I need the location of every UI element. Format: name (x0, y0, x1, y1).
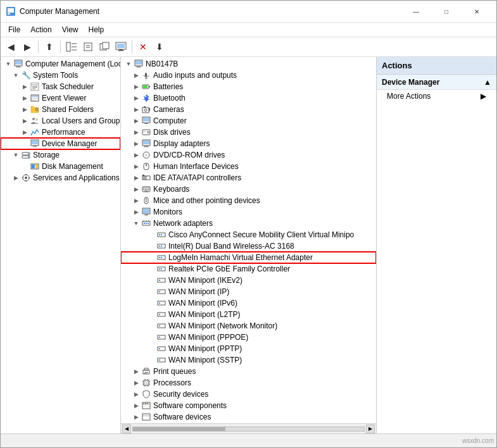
svg-rect-122 (158, 290, 165, 294)
app-icon (6, 6, 16, 16)
left-tree-local-users[interactable]: ▶ Local Users and Groups (1, 115, 120, 127)
mice-icon (141, 196, 151, 206)
center-realtek[interactable]: Realtek PCIe GbE Family Controller (121, 263, 376, 275)
refresh-button[interactable]: ⬇ (152, 39, 167, 54)
hscroll-right-arrow[interactable]: ▶ (366, 425, 375, 433)
left-tree-performance[interactable]: ▶ Performance (1, 127, 120, 138)
center-hscrollbar[interactable]: ◀ ▶ (121, 423, 376, 433)
hscroll-track[interactable] (132, 426, 365, 432)
display-adapters-icon (141, 139, 151, 149)
center-tree-root[interactable]: ▼ NB0147B (121, 58, 376, 70)
center-audio[interactable]: ▶ Audio inputs and outputs (121, 70, 376, 81)
left-tree-storage[interactable]: ▼ Storage (1, 149, 120, 161)
center-wan-ip[interactable]: WAN Miniport (IP) (121, 286, 376, 297)
center-disk-drives[interactable]: ▶ Disk drives (121, 127, 376, 138)
security-devices-icon (141, 389, 151, 399)
svg-rect-90 (145, 189, 146, 190)
svg-rect-141 (144, 381, 148, 385)
computer-management-icon (13, 59, 23, 69)
back-button[interactable]: ◀ (3, 39, 18, 54)
left-tree-device-manager[interactable]: Device Manager (1, 138, 120, 149)
menu-file[interactable]: File (3, 24, 25, 35)
maximize-button[interactable]: □ (432, 4, 461, 18)
center-wan-l2tp[interactable]: WAN Miniport (L2TP) (121, 309, 376, 320)
computer-icon-button[interactable] (113, 39, 129, 54)
center-computer[interactable]: ▶ Computer (121, 115, 376, 127)
svg-rect-155 (142, 414, 150, 420)
center-wan-ipv6-label: WAN Miniport (IPv6) (168, 299, 237, 308)
center-hid[interactable]: ▶ Human Interface Devices (121, 161, 376, 172)
forward-button[interactable]: ▶ (20, 39, 35, 54)
new-window-button[interactable] (97, 39, 112, 54)
hscroll-left-arrow[interactable]: ◀ (122, 425, 131, 433)
center-monitors[interactable]: ▶ Monitors (121, 206, 376, 218)
left-tree-task-scheduler[interactable]: ▶ Task Scheduler (1, 81, 120, 92)
center-software-devices[interactable]: ▶ Software devices (121, 411, 376, 423)
show-hide-tree-button[interactable] (64, 39, 79, 54)
center-keyboards[interactable]: ▶ Keyboards (121, 184, 376, 195)
center-dvd-label: DVD/CD-ROM drives (153, 151, 225, 159)
up-button[interactable]: ⬆ (42, 39, 57, 54)
expand-cameras: ▶ (131, 104, 141, 115)
properties-button[interactable] (80, 39, 96, 54)
center-batteries[interactable]: ▶ Batteries (121, 81, 376, 92)
hamachi-icon (156, 252, 167, 263)
center-wan-netmon[interactable]: WAN Miniport (Network Monitor) (121, 320, 376, 332)
left-tree-root[interactable]: ▼ Computer Management (Local (1, 58, 120, 70)
svg-rect-58 (149, 86, 150, 87)
center-security-devices[interactable]: ▶ Security devices (121, 389, 376, 400)
svg-rect-133 (159, 348, 160, 349)
svg-rect-112 (159, 246, 160, 247)
svg-rect-24 (32, 89, 35, 89)
center-cameras[interactable]: ▶ Cameras (121, 104, 376, 115)
expand-event-viewer: ▶ (20, 93, 30, 103)
center-bluetooth-label: Bluetooth (153, 94, 186, 103)
hscroll-thumb[interactable] (133, 427, 225, 431)
center-wan-ikev2[interactable]: WAN Miniport (IKEv2) (121, 275, 376, 286)
left-tree-system-tools[interactable]: ▼ 🔧 System Tools (1, 70, 120, 81)
center-print-queues[interactable]: ▶ Print queues (121, 366, 376, 377)
minimize-button[interactable]: — (401, 4, 431, 18)
close-button[interactable]: ✕ (462, 4, 491, 18)
left-tree-shared-folders[interactable]: ▶ Shared Folders (1, 104, 120, 115)
center-network-adapters[interactable]: ▼ Network adapters (121, 218, 376, 229)
menu-help[interactable]: Help (84, 24, 110, 35)
center-intel-wireless[interactable]: Intel(R) Dual Band Wireless-AC 3168 (121, 240, 376, 252)
left-tree-root-label: Computer Management (Local (25, 59, 121, 68)
center-hamachi[interactable]: LogMeIn Hamachi Virtual Ethernet Adapter (121, 252, 376, 263)
actions-section-header[interactable]: Device Manager ▲ (377, 75, 496, 90)
svg-rect-128 (158, 324, 165, 328)
left-tree-event-viewer[interactable]: ▶ Event Viewer (1, 92, 120, 104)
center-container: ▼ NB0147B ▶ Audio inputs and outputs (121, 57, 376, 433)
left-tree-disk-management[interactable]: Disk Management (1, 161, 120, 172)
svg-rect-43 (35, 165, 38, 168)
center-display-adapters[interactable]: ▶ Display adapters (121, 138, 376, 149)
expand-services: ▶ (11, 173, 21, 183)
center-mice[interactable]: ▶ Mice and other pointing devices (121, 195, 376, 206)
center-wan-pptp[interactable]: WAN Miniport (PPTP) (121, 343, 376, 354)
actions-more-actions[interactable]: More Actions ▶ (377, 90, 496, 103)
center-wan-pppoe[interactable]: WAN Miniport (PPPOE) (121, 332, 376, 343)
center-dvd[interactable]: ▶ DVD/CD-ROM drives (121, 149, 376, 161)
center-hid-label: Human Interface Devices (153, 162, 239, 171)
center-keyboards-label: Keyboards (153, 185, 189, 194)
center-processors[interactable]: ▶ Processors (121, 377, 376, 389)
wan-ikev2-icon (156, 275, 167, 285)
center-software-components[interactable]: ▶ Software components (121, 400, 376, 411)
menu-view[interactable]: View (57, 24, 84, 35)
center-ide[interactable]: ▶ IDE ATA/ATAPI controllers (121, 172, 376, 184)
center-cisco[interactable]: Cisco AnyConnect Secure Mobility Client … (121, 229, 376, 240)
svg-rect-102 (144, 223, 145, 224)
center-bluetooth[interactable]: ▶ Bluetooth (121, 92, 376, 104)
svg-rect-123 (159, 291, 160, 292)
center-wan-ipv6[interactable]: WAN Miniport (IPv6) (121, 297, 376, 309)
svg-rect-27 (32, 97, 38, 98)
center-panel: ▼ NB0147B ▶ Audio inputs and outputs (121, 57, 376, 423)
center-wan-sstp[interactable]: WAN Miniport (SSTP) (121, 354, 376, 366)
delete-button[interactable]: ✕ (135, 39, 151, 54)
center-computer-label: Computer (153, 116, 187, 125)
menu-action[interactable]: Action (25, 24, 56, 35)
expand-task-scheduler: ▶ (20, 82, 30, 92)
left-tree-services[interactable]: ▶ Services and Applications (1, 172, 120, 184)
processors-icon (141, 378, 151, 388)
